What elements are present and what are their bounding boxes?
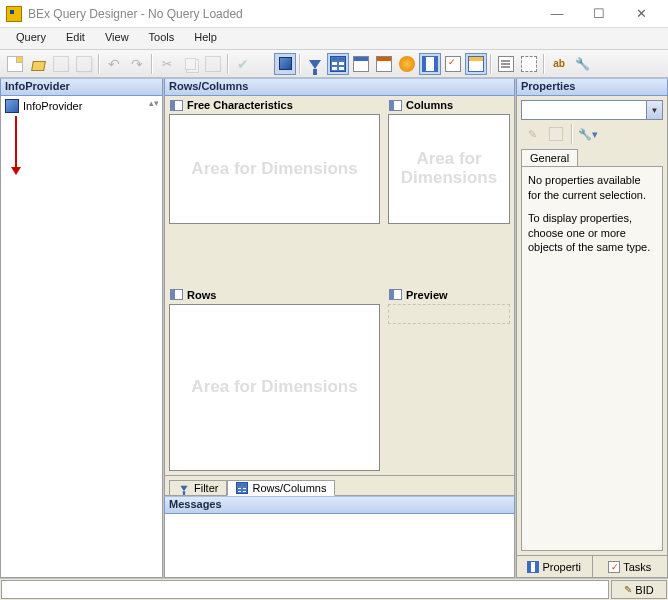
infoprovider-panel: InfoProvider InfoProvider ▴▾	[0, 78, 164, 578]
paste-button[interactable]	[202, 53, 224, 75]
cube-icon	[5, 99, 19, 113]
infoprovider-root-node[interactable]: InfoProvider ▴▾	[1, 96, 162, 116]
status-message	[1, 580, 609, 599]
cut-button[interactable]: ✂	[156, 53, 178, 75]
menu-tools[interactable]: Tools	[139, 28, 185, 49]
exceptions-button[interactable]	[373, 53, 395, 75]
rowscols-icon	[236, 482, 248, 494]
tab-properties-label: Properti	[542, 561, 581, 573]
window-title: BEx Query Designer - No Query Loaded	[28, 7, 536, 21]
free-characteristics-head: Free Characteristics	[165, 96, 384, 114]
properties-toggle[interactable]	[419, 53, 441, 75]
technical-names-button[interactable]: ab	[548, 53, 570, 75]
annotation-arrow	[15, 116, 17, 174]
new-query-button[interactable]	[4, 53, 26, 75]
menu-edit[interactable]: Edit	[56, 28, 95, 49]
infoprovider-toggle[interactable]	[274, 53, 296, 75]
messages-toggle[interactable]	[465, 53, 487, 75]
toolbar-separator	[490, 54, 492, 74]
settings-button[interactable]: 🔧	[571, 53, 593, 75]
documents-button[interactable]	[495, 53, 517, 75]
tab-rowscolumns-label: Rows/Columns	[252, 482, 326, 494]
cells-button[interactable]	[350, 53, 372, 75]
properties-panel: Properties ▼ ✎ 🔧▾ General No properties …	[516, 78, 668, 578]
properties-object-selector[interactable]: ▼	[521, 100, 663, 120]
rows-label: Rows	[187, 289, 216, 301]
prop-settings-button[interactable]: 🔧▾	[577, 123, 599, 145]
properties-tabs: General	[521, 149, 663, 166]
preview-head: Preview	[384, 286, 514, 304]
messages-header: Messages	[164, 496, 515, 514]
toolbar-separator	[543, 54, 545, 74]
status-system-label: BID	[635, 584, 653, 596]
maximize-button[interactable]: ☐	[578, 2, 620, 26]
properties-empty-line2: To display properties, choose one or mor…	[528, 211, 656, 256]
toolbar-separator	[571, 124, 573, 144]
menubar: Query Edit View Tools Help	[0, 28, 668, 50]
preview-icon	[389, 289, 402, 300]
dropdown-icon[interactable]: ▼	[646, 101, 662, 119]
prop-edit-button[interactable]: ✎	[521, 123, 543, 145]
toolbar-separator	[227, 54, 229, 74]
app-icon	[6, 6, 22, 22]
tab-general[interactable]: General	[521, 149, 578, 166]
undo-button[interactable]: ↶	[103, 53, 125, 75]
status-system[interactable]: ✎ BID	[611, 580, 667, 599]
toolbar-separator	[98, 54, 100, 74]
tab-filter[interactable]: Filter	[169, 480, 227, 496]
minimize-button[interactable]: —	[536, 2, 578, 26]
rows-columns-toggle[interactable]	[327, 53, 349, 75]
rows-area[interactable]: Area for Dimensions	[169, 304, 380, 472]
columns-head: Columns	[384, 96, 514, 114]
redo-button[interactable]: ↷	[126, 53, 148, 75]
check-button[interactable]: ✔	[232, 53, 254, 75]
properties-empty-line1: No properties available for the current …	[528, 173, 656, 203]
menu-help[interactable]: Help	[184, 28, 227, 49]
tab-rowscolumns[interactable]: Rows/Columns	[227, 480, 335, 496]
columns-area[interactable]: Area for Dimensions	[388, 114, 510, 224]
tab-tasks[interactable]: Tasks	[593, 556, 668, 577]
free-chars-icon	[170, 100, 183, 111]
tab-properties[interactable]: Properti	[517, 556, 593, 577]
properties-toolbar: ✎ 🔧▾	[521, 123, 663, 145]
tasks-icon	[608, 561, 620, 573]
expand-collapse-icon[interactable]: ▴▾	[149, 98, 158, 114]
toolbar: ↶ ↷ ✂ ✔ ab 🔧	[0, 50, 668, 78]
close-button[interactable]: ✕	[620, 2, 662, 26]
messages-panel: Messages	[164, 496, 515, 578]
save-as-button[interactable]	[73, 53, 95, 75]
columns-icon	[389, 100, 402, 111]
columns-label: Columns	[406, 99, 453, 111]
open-query-button[interactable]	[27, 53, 49, 75]
prop-save-button[interactable]	[545, 123, 567, 145]
properties-icon	[527, 561, 539, 573]
preview-area[interactable]	[388, 304, 510, 324]
rows-icon	[170, 289, 183, 300]
save-button[interactable]	[50, 53, 72, 75]
rowscolumns-grid: Free Characteristics Columns Area for Di…	[164, 96, 515, 476]
tab-general-label: General	[530, 152, 569, 164]
preview-label: Preview	[406, 289, 448, 301]
watermark-text: Area for Dimensions	[191, 378, 357, 397]
tasks-toggle[interactable]	[442, 53, 464, 75]
filter-toggle[interactable]	[304, 53, 326, 75]
copy-button[interactable]	[179, 53, 201, 75]
menu-query[interactable]: Query	[6, 28, 56, 49]
main-area: InfoProvider InfoProvider ▴▾ Rows/Column…	[0, 78, 668, 578]
filter-icon	[180, 485, 187, 490]
properties-object-value	[522, 101, 646, 119]
pencil-icon: ✎	[624, 584, 632, 595]
conditions-button[interactable]	[396, 53, 418, 75]
toolbar-separator	[299, 54, 301, 74]
watermark-text: Area for Dimensions	[191, 160, 357, 179]
free-chars-label: Free Characteristics	[187, 99, 293, 111]
where-used-button[interactable]	[518, 53, 540, 75]
free-characteristics-area[interactable]: Area for Dimensions	[169, 114, 380, 224]
infoprovider-tree[interactable]: InfoProvider ▴▾	[0, 96, 163, 578]
properties-bottom-tabs: Properti Tasks	[516, 556, 668, 578]
middle-column: Rows/Columns Free Characteristics Column…	[164, 78, 516, 578]
statusbar: ✎ BID	[0, 578, 668, 600]
menu-view[interactable]: View	[95, 28, 139, 49]
messages-list[interactable]	[164, 514, 515, 578]
watermark-text: Area for Dimensions	[389, 150, 509, 187]
